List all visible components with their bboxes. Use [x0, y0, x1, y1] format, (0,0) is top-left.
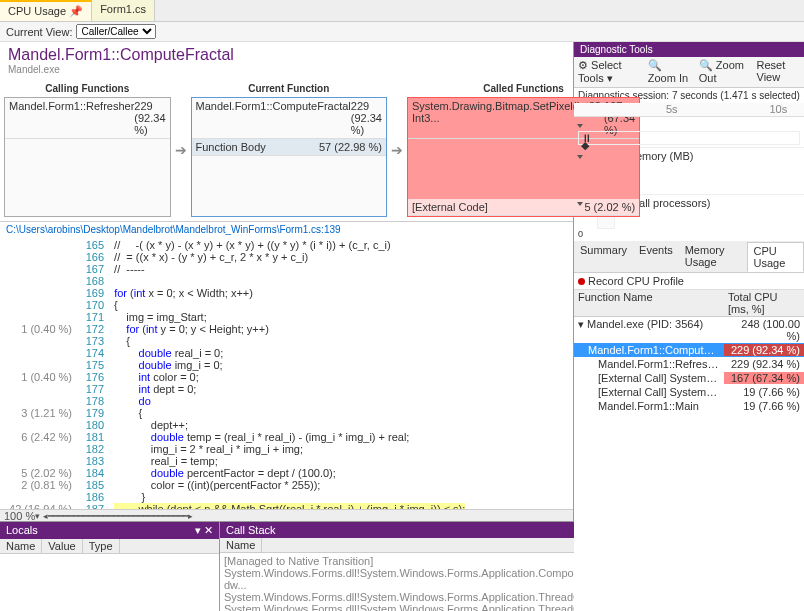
fn-body-row[interactable]: Function Body57 (22.98 %)	[192, 139, 386, 156]
dtab-cpu[interactable]: CPU Usage	[747, 242, 804, 272]
record-icon	[578, 278, 585, 285]
fn-row[interactable]: [External Call] System.Windo...19 (7.66 …	[574, 385, 804, 399]
fn-row[interactable]: Mandel.Form1::Main19 (7.66 %)	[574, 399, 804, 413]
fn-title: Mandel.Form1::ComputeFractal	[0, 42, 573, 64]
tab-form1[interactable]: Form1.cs	[92, 0, 155, 21]
caret-icon[interactable]	[577, 202, 583, 206]
doc-tabs: CPU Usage 📌 Form1.cs	[0, 0, 804, 22]
dtab-events[interactable]: Events	[633, 242, 679, 272]
dtab-summary[interactable]: Summary	[574, 242, 633, 272]
arrow-icon: ➔	[391, 142, 403, 158]
locals-title: Locals	[6, 524, 38, 537]
diag-toolbar: ⚙ Select Tools ▾ 🔍 Zoom In 🔍 Zoom Out Re…	[574, 57, 804, 88]
locals-col-name[interactable]: Name	[0, 539, 42, 553]
calling-hdr: Calling Functions	[4, 83, 171, 94]
caller-callee: Calling Functions Mandel.Form1::Refreshe…	[0, 79, 573, 221]
fn-row[interactable]: Mandel.Form1::ComputeFra...229 (92.34 %)	[574, 343, 804, 357]
col-total-cpu[interactable]: Total CPU [ms, %]	[724, 290, 804, 316]
zoom-in[interactable]: 🔍 Zoom In	[648, 59, 693, 85]
col-fn-name[interactable]: Function Name	[574, 290, 724, 316]
zoom-bar[interactable]: 100 % ▾ ◂━━━━━━━━━━━━━━━━━━━━━━━━━━━━▸	[0, 509, 573, 521]
ext-code-row[interactable]: [External Code]5 (2.02 %)	[408, 199, 639, 216]
fn-table-hdr: Function NameTotal CPU [ms, %]	[574, 290, 804, 317]
fn-row[interactable]: Mandel.Form1::Refresher229 (92.34 %)	[574, 357, 804, 371]
view-select[interactable]: Caller/Callee	[76, 24, 156, 39]
caret-icon[interactable]	[577, 155, 583, 159]
locals-col-value[interactable]: Value	[42, 539, 82, 553]
locals-col-type[interactable]: Type	[83, 539, 120, 553]
fn-row[interactable]: [External Call] System.Drawi...167 (67.3…	[574, 371, 804, 385]
calling-fn-row[interactable]: Mandel.Form1::Refresher229 (92.34 %)	[5, 98, 170, 139]
view-row: Current View: Caller/Callee	[0, 22, 804, 42]
pin-icon[interactable]: 📌	[69, 5, 83, 17]
locals-pane: Locals▾ ✕ NameValueType	[0, 522, 220, 611]
current-hdr: Current Function	[191, 83, 387, 94]
tab-cpu-usage[interactable]: CPU Usage 📌	[0, 0, 92, 21]
caret-icon[interactable]	[577, 124, 583, 128]
fn-row[interactable]: ▾ Mandel.exe (PID: 3564)248 (100.00 %)	[574, 317, 804, 343]
view-label: Current View:	[6, 26, 72, 38]
fn-table[interactable]: ▾ Mandel.exe (PID: 3564)248 (100.00 %)Ma…	[574, 317, 804, 611]
locals-body[interactable]	[0, 554, 219, 611]
arrow-icon: ➔	[175, 142, 187, 158]
select-tools[interactable]: ⚙ Select Tools ▾	[578, 59, 642, 85]
record-cpu[interactable]: Record CPU Profile	[574, 273, 804, 290]
code-view[interactable]: 165 // -( (x * y) - (x * y) + (x * y) + …	[0, 237, 573, 509]
fn-sub: Mandel.exe	[0, 64, 573, 79]
diag-tabs: Summary Events Memory Usage CPU Usage	[574, 242, 804, 273]
callstack-col-name[interactable]: Name	[220, 538, 262, 552]
callstack-title: Call Stack	[226, 524, 276, 536]
current-fn-row[interactable]: Mandel.Form1::ComputeFractal229 (92.34 %…	[192, 98, 386, 139]
file-path[interactable]: C:\Users\arobins\Desktop\Mandelbrot\Mand…	[0, 221, 573, 237]
diag-title: Diagnostic Tools	[574, 42, 804, 57]
time-ruler[interactable]: 5s10s	[574, 103, 804, 117]
zoom-out[interactable]: 🔍 Zoom Out	[699, 59, 751, 85]
dtab-memory[interactable]: Memory Usage	[679, 242, 747, 272]
pane-menu-icon[interactable]: ▾ ✕	[195, 524, 213, 537]
reset-view[interactable]: Reset View	[757, 59, 800, 85]
